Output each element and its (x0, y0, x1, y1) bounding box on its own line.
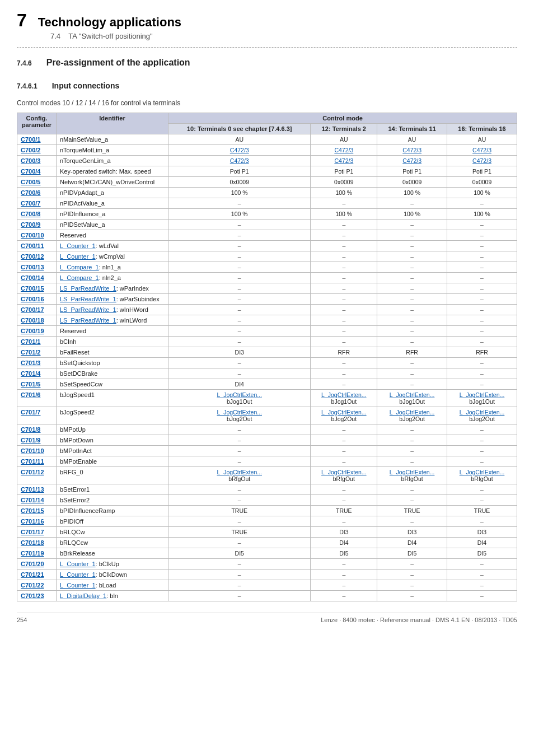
identifier-link[interactable]: L_Counter_1 (60, 582, 96, 589)
config-cell[interactable]: C700/8 (17, 209, 57, 220)
config-cell[interactable]: C701/2 (17, 347, 57, 358)
config-link[interactable]: C701/8 (21, 426, 40, 433)
identifier-link[interactable]: LS_ParReadWrite_1 (60, 317, 116, 324)
config-link[interactable]: C701/16 (21, 518, 44, 525)
config-link[interactable]: C700/5 (21, 179, 40, 185)
config-link[interactable]: C701/14 (21, 497, 44, 503)
config-link[interactable]: C700/3 (21, 157, 40, 164)
config-link[interactable]: C701/13 (21, 486, 44, 493)
config-cell[interactable]: C701/15 (17, 506, 57, 516)
config-link[interactable]: C700/7 (21, 200, 40, 207)
identifier-link[interactable]: LS_ParReadWrite_1 (60, 296, 116, 302)
config-cell[interactable]: C701/20 (17, 559, 57, 570)
jog-ctrl-link[interactable]: L_JogCtrlExten... (217, 469, 262, 475)
config-link[interactable]: C701/5 (21, 381, 40, 388)
c472-link[interactable]: C472/3 (230, 157, 249, 164)
jog-ctrl-link[interactable]: L_JogCtrlExten... (390, 391, 435, 398)
config-link[interactable]: C700/18 (21, 317, 44, 324)
config-link[interactable]: C701/2 (21, 349, 40, 356)
config-cell[interactable]: C701/12 (17, 467, 57, 484)
config-link[interactable]: C701/21 (21, 571, 44, 578)
config-cell[interactable]: C700/17 (17, 305, 57, 315)
c472-link[interactable]: C472/3 (334, 157, 353, 164)
config-cell[interactable]: C701/17 (17, 527, 57, 538)
identifier-link[interactable]: LS_ParReadWrite_1 (60, 306, 116, 313)
jog-ctrl-link[interactable]: L_JogCtrlExten... (217, 391, 262, 398)
config-link[interactable]: C700/12 (21, 253, 44, 260)
config-cell[interactable]: C700/18 (17, 315, 57, 326)
c472-link[interactable]: C472/3 (334, 147, 353, 153)
config-cell[interactable]: C701/8 (17, 424, 57, 435)
config-cell[interactable]: C700/19 (17, 326, 57, 337)
config-cell[interactable]: C701/11 (17, 456, 57, 467)
config-cell[interactable]: C701/10 (17, 446, 57, 456)
config-link[interactable]: C701/19 (21, 550, 44, 557)
config-link[interactable]: C701/17 (21, 529, 44, 535)
config-cell[interactable]: C701/3 (17, 358, 57, 368)
config-cell[interactable]: C700/2 (17, 145, 57, 156)
config-link[interactable]: C700/14 (21, 274, 44, 281)
config-cell[interactable]: C700/1 (17, 134, 57, 145)
config-cell[interactable]: C701/23 (17, 591, 57, 601)
jog-ctrl-link[interactable]: L_JogCtrlExten... (460, 469, 505, 475)
jog-ctrl-link[interactable]: L_JogCtrlExten... (460, 391, 505, 398)
identifier-link[interactable]: L_Counter_1 (60, 571, 96, 578)
config-cell[interactable]: C701/14 (17, 495, 57, 506)
config-link[interactable]: C701/20 (21, 561, 44, 567)
config-cell[interactable]: C701/1 (17, 337, 57, 347)
config-cell[interactable]: C700/6 (17, 188, 57, 198)
config-link[interactable]: C700/10 (21, 232, 44, 239)
config-cell[interactable]: C701/7 (17, 407, 57, 424)
config-cell[interactable]: C701/22 (17, 580, 57, 591)
config-link[interactable]: C700/11 (21, 242, 44, 249)
identifier-link[interactable]: L_DigitalDelay_1 (60, 592, 106, 599)
identifier-link[interactable]: L_Compare_1 (60, 274, 99, 281)
jog-ctrl-link[interactable]: L_JogCtrlExten... (321, 409, 367, 416)
config-cell[interactable]: C700/15 (17, 283, 57, 294)
jog-ctrl-link[interactable]: L_JogCtrlExten... (460, 409, 505, 416)
jog-ctrl-link[interactable]: L_JogCtrlExten... (390, 409, 435, 416)
config-link[interactable]: C701/18 (21, 539, 44, 546)
config-link[interactable]: C701/10 (21, 447, 44, 454)
config-link[interactable]: C701/7 (21, 409, 40, 416)
config-cell[interactable]: C700/10 (17, 230, 57, 241)
config-cell[interactable]: C701/4 (17, 368, 57, 379)
c472-link[interactable]: C472/3 (472, 147, 491, 153)
jog-ctrl-link[interactable]: L_JogCtrlExten... (321, 469, 367, 475)
c472-link[interactable]: C472/3 (402, 147, 421, 153)
jog-ctrl-link[interactable]: L_JogCtrlExten... (217, 409, 262, 416)
config-cell[interactable]: C700/11 (17, 241, 57, 251)
config-cell[interactable]: C700/3 (17, 156, 57, 166)
config-link[interactable]: C701/3 (21, 360, 40, 366)
identifier-link[interactable]: LS_ParReadWrite_1 (60, 285, 116, 292)
config-cell[interactable]: C701/5 (17, 379, 57, 390)
config-link[interactable]: C701/22 (21, 582, 44, 589)
c472-link[interactable]: C472/3 (472, 157, 491, 164)
config-link[interactable]: C701/4 (21, 370, 40, 377)
config-cell[interactable]: C701/16 (17, 516, 57, 527)
config-link[interactable]: C700/4 (21, 168, 40, 175)
config-link[interactable]: C701/23 (21, 592, 44, 599)
config-cell[interactable]: C701/6 (17, 390, 57, 407)
config-cell[interactable]: C701/19 (17, 548, 57, 559)
config-link[interactable]: C700/19 (21, 328, 44, 334)
identifier-link[interactable]: L_Counter_1 (60, 253, 96, 260)
config-link[interactable]: C700/16 (21, 296, 44, 302)
config-link[interactable]: C700/13 (21, 264, 44, 270)
identifier-link[interactable]: L_Counter_1 (60, 561, 96, 567)
jog-ctrl-link[interactable]: L_JogCtrlExten... (321, 391, 367, 398)
config-cell[interactable]: C701/9 (17, 435, 57, 446)
config-cell[interactable]: C700/4 (17, 166, 57, 177)
config-link[interactable]: C701/6 (21, 391, 40, 398)
identifier-link[interactable]: L_Counter_1 (60, 242, 96, 249)
config-link[interactable]: C701/1 (21, 338, 40, 345)
config-link[interactable]: C700/17 (21, 306, 44, 313)
config-cell[interactable]: C700/16 (17, 294, 57, 305)
identifier-link[interactable]: L_Compare_1 (60, 264, 99, 270)
config-link[interactable]: C701/15 (21, 507, 44, 514)
config-cell[interactable]: C701/21 (17, 570, 57, 580)
config-cell[interactable]: C701/13 (17, 484, 57, 495)
config-cell[interactable]: C700/14 (17, 273, 57, 283)
jog-ctrl-link[interactable]: L_JogCtrlExten... (390, 469, 435, 475)
config-cell[interactable]: C700/12 (17, 251, 57, 262)
